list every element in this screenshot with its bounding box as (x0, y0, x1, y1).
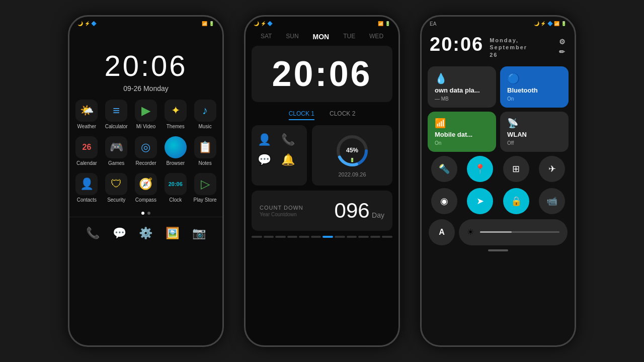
bar-seg-5 (299, 236, 309, 238)
contacts-label: Contacts (77, 197, 97, 203)
data-plan-tile[interactable]: 💧 own data pla... — MB (428, 66, 496, 108)
app-calendar[interactable]: 26 Calendar (74, 136, 99, 166)
games-icon: 🎮 (105, 136, 127, 158)
day-sat: SAT (261, 33, 272, 41)
cc-bottom-row: A ☀ (422, 219, 575, 245)
dock-phone[interactable]: 📞 (82, 222, 104, 244)
brightness-slider[interactable]: ☀ (459, 219, 568, 245)
lock-btn[interactable]: 🔒 (503, 188, 529, 214)
battery-percent: 45% (346, 147, 358, 154)
app-grid-row3: 👤 Contacts 🛡 Security 🧭 Compass 20:06 Cl… (69, 173, 222, 210)
play-store-label: Play Store (194, 197, 217, 203)
scan-btn[interactable]: ⊞ (503, 156, 529, 182)
app-notes[interactable]: 📋 Notes (193, 136, 217, 166)
app-clock[interactable]: 20:06 Clock (163, 173, 188, 203)
compass2-btn[interactable]: ➤ (467, 188, 493, 214)
app-recorder[interactable]: ◎ Recorder (134, 136, 158, 166)
status-right-1: 📶 🔋 (202, 21, 214, 26)
clock-time-1: 20:06 (69, 49, 222, 82)
phone-icon: 📞 (281, 133, 295, 146)
font-btn[interactable]: A (429, 219, 455, 245)
cc-toggle-row2: ◉ ➤ 🔒 📹 (422, 184, 575, 218)
chat-icon: 💬 (258, 153, 271, 166)
cc-time: 20:06 Monday, September 26 ⚙ ✏ (430, 34, 567, 58)
phone1-screen: 🌙 ⚡ 🔷 📶 🔋 20:06 09-26 Monday 🌤️ Weather … (69, 17, 222, 345)
browser-label: Browser (166, 160, 185, 166)
app-games[interactable]: 🎮 Games (104, 136, 129, 166)
wlan-title: WLAN (507, 131, 561, 138)
tab-clock2[interactable]: CLOCK 2 (330, 110, 355, 120)
widget-row2: 💬 🔔 (258, 153, 301, 166)
themes-icon: ✦ (165, 100, 187, 122)
clock-tab-bar[interactable]: CLOCK 1 CLOCK 2 (246, 105, 398, 125)
page-dots (69, 212, 222, 215)
big-clock-widget: 20:06 (252, 46, 392, 102)
notch2 (292, 17, 352, 27)
compass-icon: 🧭 (135, 173, 157, 195)
home-indicator-3[interactable] (488, 249, 508, 251)
cc-date-line1: Monday, September (490, 37, 550, 51)
day-tue: TUE (343, 33, 355, 41)
battery-ring: 45% 🔋 (335, 133, 370, 168)
edit-icon[interactable]: ✏ (559, 48, 567, 56)
mobile-data-title: Mobile dat... (435, 131, 489, 138)
bar-seg-2 (264, 236, 274, 238)
contacts-widget: 👤 📞 💬 🔔 (252, 125, 307, 186)
app-calculator[interactable]: ≡ Calculator (104, 100, 129, 129)
location-btn[interactable]: 📍 (467, 156, 493, 182)
tab-clock1[interactable]: CLOCK 1 (289, 110, 314, 120)
wlan-sub: Off (507, 140, 561, 146)
mi-video-label: Mi Video (136, 124, 156, 129)
dock-gallery[interactable]: 🖼️ (162, 222, 184, 244)
phone3: EA 🌙 ⚡ 🔷 📶 🔋 20:06 Monday, September 26 … (420, 15, 576, 347)
airplane-btn[interactable]: ✈ (539, 156, 565, 182)
countdown-title: COUNT DOWN (260, 205, 303, 211)
dock-camera[interactable]: 📷 (188, 222, 210, 244)
phone2-screen: 🌙 ⚡ 🔷 📶 🔋 SAT SUN MON TUE WED 20:06 CLOC… (246, 17, 398, 345)
clock-label: Clock (169, 197, 182, 203)
brightness-bar[interactable] (480, 231, 559, 233)
bell-icon: 🔔 (281, 153, 295, 166)
settings-icon[interactable]: ⚙ (559, 38, 567, 46)
flashlight-btn[interactable]: 🔦 (431, 156, 457, 182)
countdown-widget: COUNT DOWN Year Countdown 096 Day (252, 191, 392, 231)
bar-seg-12 (382, 236, 392, 238)
app-compass[interactable]: 🧭 Compass (134, 173, 158, 203)
countdown-subtitle: Year Countdown (260, 212, 303, 217)
clock-widgets-row: 👤 📞 💬 🔔 45% 🔋 202 (246, 125, 398, 186)
page-dot-2 (147, 212, 150, 215)
play-store-icon: ▷ (194, 173, 216, 195)
phone1: 🌙 ⚡ 🔷 📶 🔋 20:06 09-26 Monday 🌤️ Weather … (68, 15, 224, 347)
clock-display-1: 20:06 09-26 Monday (69, 29, 222, 93)
dock-settings[interactable]: ⚙️ (135, 222, 157, 244)
bluetooth-tile[interactable]: 🔵 Bluetooth On (500, 66, 569, 108)
weather-icon: 🌤️ (75, 100, 98, 122)
status-left-2: 🌙 ⚡ 🔷 (254, 21, 273, 26)
video-btn[interactable]: 📹 (539, 188, 565, 214)
data-plan-icon: 💧 (435, 72, 489, 84)
widget-row1: 👤 📞 (258, 133, 301, 146)
cc-date-line2: 26 (490, 51, 550, 58)
mobile-data-tile[interactable]: 📶 Mobile dat... On (428, 112, 496, 152)
app-themes[interactable]: ✦ Themes (163, 100, 188, 129)
day-mon[interactable]: MON (313, 33, 330, 41)
app-mi-video[interactable]: ▶ Mi Video (134, 100, 158, 129)
app-music[interactable]: ♪ Music (193, 100, 217, 129)
dock-messages[interactable]: 💬 (108, 222, 130, 244)
mi-video-icon: ▶ (135, 100, 157, 122)
bar-seg-8 (335, 236, 345, 238)
countdown-value: 096 Day (335, 199, 384, 223)
browser-icon (165, 136, 187, 158)
app-security[interactable]: 🛡 Security (104, 173, 129, 203)
weekday-row: SAT SUN MON TUE WED (246, 29, 398, 43)
app-weather[interactable]: 🌤️ Weather (74, 100, 99, 129)
wlan-tile[interactable]: 📡 WLAN Off (500, 112, 569, 152)
theme-btn[interactable]: ◉ (431, 188, 457, 214)
status-left-1: 🌙 ⚡ 🔷 (77, 21, 97, 26)
mobile-data-icon: 📶 (435, 118, 489, 129)
bar-seg-6 (311, 236, 321, 238)
app-browser[interactable]: Browser (163, 136, 188, 166)
app-play-store[interactable]: ▷ Play Store (193, 173, 217, 203)
notch1 (116, 17, 176, 27)
app-contacts[interactable]: 👤 Contacts (74, 173, 99, 203)
